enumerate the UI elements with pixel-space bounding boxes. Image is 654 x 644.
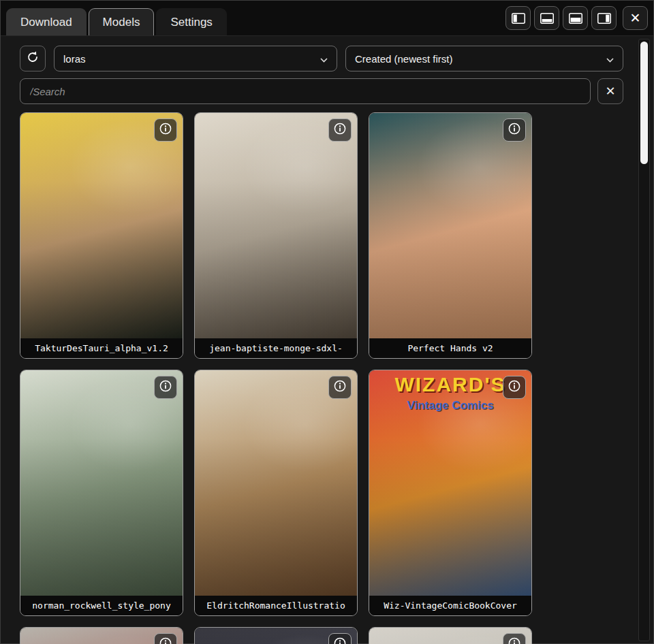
- model-name-label: Wiz-VintageComicBookCover: [369, 596, 531, 615]
- sort-select[interactable]: Created (newest first): [345, 46, 623, 71]
- info-icon: [508, 637, 521, 644]
- info-icon: [333, 122, 347, 138]
- model-card[interactable]: EldritchRomanceIllustratio: [194, 370, 358, 616]
- model-card[interactable]: Perfect Hands v2: [369, 112, 532, 359]
- model-thumbnail[interactable]: [369, 113, 531, 338]
- panel-bottom-large-icon: [569, 13, 582, 24]
- model-type-value: loras: [63, 53, 86, 65]
- tab-models[interactable]: Models: [89, 8, 155, 35]
- model-info-button[interactable]: [503, 376, 526, 399]
- sort-value: Created (newest first): [355, 53, 452, 65]
- chevron-down-icon: [320, 53, 328, 65]
- panel-bottom-icon: [540, 13, 554, 24]
- model-name-label: jean-baptiste-monge-sdxl-: [195, 338, 357, 358]
- model-info-button[interactable]: [154, 118, 177, 142]
- model-name-label: Perfect Hands v2: [369, 338, 531, 358]
- model-thumbnail[interactable]: [195, 113, 357, 338]
- scrollbar[interactable]: [638, 39, 650, 641]
- model-name-label: TakturDesTauri_alpha_v1.2: [20, 338, 183, 358]
- close-icon: ✕: [605, 84, 615, 99]
- model-thumbnail[interactable]: [195, 370, 357, 596]
- thumbnail-art-subtitle: Vintage Comics: [369, 399, 531, 413]
- model-thumbnail[interactable]: [20, 113, 183, 338]
- model-info-button[interactable]: [503, 118, 526, 142]
- clear-search-button[interactable]: ✕: [597, 78, 623, 104]
- model-info-button[interactable]: [328, 118, 352, 142]
- panel-left-icon: [512, 13, 525, 24]
- model-card[interactable]: TakturDesTauri_alpha_v1.2: [20, 112, 183, 359]
- model-grid: TakturDesTauri_alpha_v1.2 jean-baptiste-…: [1, 104, 653, 644]
- model-type-select[interactable]: loras: [54, 46, 337, 71]
- toolbar: loras Created (newest first): [1, 36, 653, 71]
- info-icon: [159, 122, 172, 138]
- app-window: Download Models Settings: [0, 0, 654, 644]
- model-info-button[interactable]: [154, 376, 177, 399]
- info-icon: [333, 379, 347, 396]
- model-info-button[interactable]: [328, 376, 352, 399]
- model-thumbnail[interactable]: WIZARD'S Vintage Comics: [369, 370, 531, 596]
- split-bottom-button[interactable]: [534, 6, 559, 30]
- model-thumbnail[interactable]: [195, 628, 357, 644]
- scrollbar-thumb[interactable]: [640, 42, 648, 164]
- model-name-label: norman_rockwell_style_pony: [20, 596, 183, 615]
- window-controls: ✕: [505, 6, 648, 35]
- model-name-label: EldritchRomanceIllustratio: [195, 596, 357, 615]
- refresh-icon: [26, 50, 40, 67]
- model-card[interactable]: jean-baptiste-monge-sdxl-: [194, 112, 358, 359]
- model-info-button[interactable]: [503, 633, 526, 644]
- tab-settings[interactable]: Settings: [156, 8, 226, 35]
- split-right-button[interactable]: [591, 6, 617, 30]
- model-thumbnail[interactable]: [20, 628, 183, 644]
- close-icon: ✕: [630, 10, 641, 26]
- info-icon: [159, 637, 172, 644]
- model-card[interactable]: [20, 627, 183, 644]
- model-card[interactable]: [369, 627, 532, 644]
- model-info-button[interactable]: [328, 633, 352, 644]
- model-card[interactable]: [194, 627, 358, 644]
- info-icon: [159, 379, 172, 396]
- info-icon: [508, 122, 521, 138]
- info-icon: [333, 637, 347, 644]
- model-card[interactable]: norman_rockwell_style_pony: [20, 370, 183, 616]
- tab-download[interactable]: Download: [6, 8, 87, 35]
- split-bottom-large-button[interactable]: [563, 6, 588, 30]
- model-card[interactable]: WIZARD'S Vintage Comics Wiz-VintageComic…: [369, 370, 532, 616]
- model-thumbnail[interactable]: [20, 370, 183, 596]
- model-info-button[interactable]: [154, 633, 177, 644]
- close-button[interactable]: ✕: [623, 6, 648, 30]
- search-input[interactable]: [20, 78, 591, 104]
- model-thumbnail[interactable]: [369, 628, 531, 644]
- panel-right-icon: [597, 13, 611, 24]
- chevron-down-icon: [606, 53, 614, 65]
- tab-bar: Download Models Settings: [1, 1, 653, 36]
- info-icon: [508, 379, 521, 396]
- refresh-button[interactable]: [20, 46, 46, 71]
- split-left-button[interactable]: [505, 6, 531, 30]
- search-bar: ✕: [1, 71, 653, 104]
